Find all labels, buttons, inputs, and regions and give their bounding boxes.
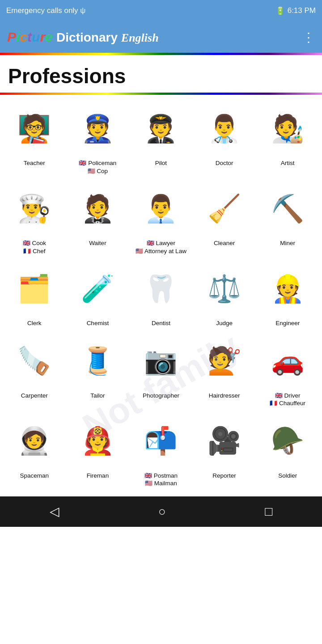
profession-cook[interactable]: 👨‍🍳🇬🇧 Cook 🇫🇷 Chef bbox=[4, 179, 65, 255]
professions-grid: 🧑‍🏫Teacher👮🇬🇧 Policeman 🇺🇸 Cop🧑‍✈️Pilot👨… bbox=[0, 95, 322, 496]
soldier-label: Soldier bbox=[278, 472, 297, 480]
fireman-icon: 🧑‍🚒 bbox=[75, 412, 120, 470]
battery-icon: 🔋 bbox=[275, 6, 285, 16]
page-title: Professions bbox=[0, 55, 322, 93]
carpenter-icon: 🪚 bbox=[12, 332, 57, 390]
judge-label: Judge bbox=[216, 319, 233, 327]
cook-label: 🇬🇧 Cook 🇫🇷 Chef bbox=[23, 239, 46, 255]
status-emergency: Emergency calls only ψ bbox=[6, 6, 85, 15]
lawyer-label: 🇬🇧 Lawyer 🇺🇸 Attorney at Law bbox=[136, 239, 186, 255]
back-button[interactable]: ◁ bbox=[39, 500, 70, 523]
dentist-label: Dentist bbox=[152, 319, 170, 327]
profession-postman[interactable]: 📬🇬🇧 Postman 🇺🇸 Mailman bbox=[130, 412, 192, 487]
spaceman-label: Spaceman bbox=[20, 472, 49, 480]
photographer-icon: 📷 bbox=[139, 332, 183, 390]
title-p: P bbox=[7, 30, 16, 44]
postman-label: 🇬🇧 Postman 🇺🇸 Mailman bbox=[144, 472, 178, 487]
title-t: t bbox=[27, 30, 32, 44]
waiter-icon: 🤵 bbox=[75, 179, 120, 237]
chemist-icon: 🧪 bbox=[75, 259, 120, 318]
menu-button[interactable]: ⋮ bbox=[302, 30, 315, 45]
pilot-icon: 🧑‍✈️ bbox=[139, 99, 183, 157]
profession-miner[interactable]: ⛏️Miner bbox=[257, 179, 318, 255]
status-bar: Emergency calls only ψ 🔋 6:13 PM bbox=[0, 0, 322, 21]
status-right: 🔋 6:13 PM bbox=[275, 6, 316, 16]
doctor-label: Doctor bbox=[216, 159, 233, 167]
profession-fireman[interactable]: 🧑‍🚒Fireman bbox=[67, 412, 129, 487]
profession-photographer[interactable]: 📷Photographer bbox=[130, 332, 192, 407]
reporter-label: Reporter bbox=[212, 472, 236, 480]
artist-icon: 🧑‍🎨 bbox=[265, 99, 310, 157]
teacher-label: Teacher bbox=[24, 159, 45, 167]
tailor-icon: 🧵 bbox=[75, 332, 120, 390]
driver-icon: 🚗 bbox=[265, 332, 310, 390]
clerk-icon: 🗂️ bbox=[12, 259, 57, 318]
title-r: r bbox=[40, 30, 45, 44]
soldier-icon: 🪖 bbox=[265, 412, 310, 470]
profession-policeman[interactable]: 👮🇬🇧 Policeman 🇺🇸 Cop bbox=[67, 99, 129, 175]
artist-label: Artist bbox=[281, 159, 295, 167]
cleaner-icon: 🧹 bbox=[202, 179, 247, 237]
profession-driver[interactable]: 🚗🇬🇧 Driver 🇫🇷 Chauffeur bbox=[257, 332, 318, 407]
profession-soldier[interactable]: 🪖Soldier bbox=[257, 412, 318, 487]
doctor-icon: 👨‍⚕️ bbox=[202, 99, 247, 157]
cook-icon: 👨‍🍳 bbox=[12, 179, 57, 237]
cleaner-label: Cleaner bbox=[214, 239, 235, 247]
profession-spaceman[interactable]: 🧑‍🚀Spaceman bbox=[4, 412, 65, 487]
lawyer-icon: 👨‍💼 bbox=[139, 179, 183, 237]
profession-cleaner[interactable]: 🧹Cleaner bbox=[194, 179, 255, 255]
profession-hairdresser[interactable]: 💇Hairdresser bbox=[194, 332, 255, 407]
postman-icon: 📬 bbox=[139, 412, 183, 470]
profession-doctor[interactable]: 👨‍⚕️Doctor bbox=[194, 99, 255, 175]
engineer-icon: 👷 bbox=[265, 259, 310, 318]
spaceman-icon: 🧑‍🚀 bbox=[12, 412, 57, 470]
recent-button[interactable]: □ bbox=[254, 500, 283, 523]
profession-judge[interactable]: ⚖️Judge bbox=[194, 259, 255, 327]
reporter-icon: 🎥 bbox=[202, 412, 247, 470]
policeman-label: 🇬🇧 Policeman 🇺🇸 Cop bbox=[79, 159, 116, 175]
title-u: u bbox=[32, 30, 40, 44]
title-c: c bbox=[20, 30, 27, 44]
waiter-label: Waiter bbox=[89, 239, 106, 247]
title-e: e bbox=[45, 30, 53, 44]
hairdresser-label: Hairdresser bbox=[209, 392, 240, 400]
profession-tailor[interactable]: 🧵Tailor bbox=[67, 332, 129, 407]
profession-engineer[interactable]: 👷Engineer bbox=[257, 259, 318, 327]
profession-waiter[interactable]: 🤵Waiter bbox=[67, 179, 129, 255]
chemist-label: Chemist bbox=[87, 319, 109, 327]
photographer-label: Photographer bbox=[143, 392, 179, 400]
policeman-icon: 👮 bbox=[75, 99, 120, 157]
profession-clerk[interactable]: 🗂️Clerk bbox=[4, 259, 65, 327]
profession-carpenter[interactable]: 🪚Carpenter bbox=[4, 332, 65, 407]
title-english: English bbox=[121, 31, 159, 44]
profession-artist[interactable]: 🧑‍🎨Artist bbox=[257, 99, 318, 175]
nav-bar: ◁ ○ □ bbox=[0, 496, 322, 527]
miner-label: Miner bbox=[280, 239, 295, 247]
hairdresser-icon: 💇 bbox=[202, 332, 247, 390]
fireman-label: Fireman bbox=[87, 472, 109, 480]
main-content: Professions Not family 🧑‍🏫Teacher👮🇬🇧 Pol… bbox=[0, 53, 322, 496]
title-dictionary: Dictionary bbox=[56, 30, 121, 44]
home-button[interactable]: ○ bbox=[148, 500, 177, 523]
miner-icon: ⛏️ bbox=[265, 179, 310, 237]
carpenter-label: Carpenter bbox=[21, 392, 48, 400]
engineer-label: Engineer bbox=[275, 319, 300, 327]
profession-pilot[interactable]: 🧑‍✈️Pilot bbox=[130, 99, 192, 175]
tailor-label: Tailor bbox=[90, 392, 105, 400]
profession-lawyer[interactable]: 👨‍💼🇬🇧 Lawyer 🇺🇸 Attorney at Law bbox=[130, 179, 192, 255]
pilot-label: Pilot bbox=[155, 159, 167, 167]
app-bar: Picture Dictionary English ⋮ bbox=[0, 21, 322, 53]
judge-icon: ⚖️ bbox=[202, 259, 247, 318]
clerk-label: Clerk bbox=[27, 319, 42, 327]
app-title: Picture Dictionary English bbox=[7, 30, 159, 45]
profession-dentist[interactable]: 🦷Dentist bbox=[130, 259, 192, 327]
profession-teacher[interactable]: 🧑‍🏫Teacher bbox=[4, 99, 65, 175]
time-display: 6:13 PM bbox=[288, 6, 316, 15]
dentist-icon: 🦷 bbox=[139, 259, 183, 318]
teacher-icon: 🧑‍🏫 bbox=[12, 99, 57, 157]
driver-label: 🇬🇧 Driver 🇫🇷 Chauffeur bbox=[270, 392, 305, 407]
profession-chemist[interactable]: 🧪Chemist bbox=[67, 259, 129, 327]
profession-reporter[interactable]: 🎥Reporter bbox=[194, 412, 255, 487]
